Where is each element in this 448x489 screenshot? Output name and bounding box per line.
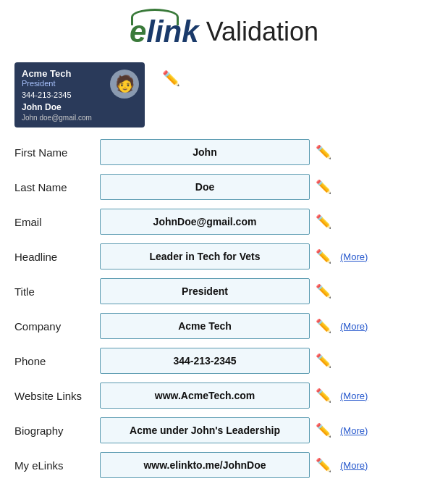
- field-label-biography: Biography: [14, 425, 94, 437]
- card-email: John doe@gmail.com: [22, 114, 92, 122]
- more-link-website-links[interactable]: (More): [340, 390, 368, 401]
- avatar-icon: 🧑: [115, 75, 135, 93]
- page-title: Validation: [206, 17, 318, 47]
- field-label-last-name: Last Name: [14, 181, 94, 193]
- elink-logo: elink: [130, 14, 199, 49]
- field-label-phone: Phone: [14, 355, 94, 367]
- field-value-headline[interactable]: Leader in Tech for Vets: [100, 243, 310, 269]
- page-header: elink Validation: [14, 7, 434, 49]
- form-row: My eLinkswww.elinkto.me/JohnDoe✏️(More): [14, 452, 434, 478]
- more-link-company[interactable]: (More): [340, 321, 368, 332]
- field-value-my-elinks[interactable]: www.elinkto.me/JohnDoe: [100, 452, 310, 478]
- form-row: HeadlineLeader in Tech for Vets✏️(More): [14, 243, 434, 269]
- form-row: First NameJohn✏️: [14, 139, 434, 165]
- edit-button-title[interactable]: ✏️: [316, 283, 331, 299]
- business-card: Acme Tech President 344-213-2345 John Do…: [14, 62, 145, 128]
- edit-button-website-links[interactable]: ✏️: [316, 388, 331, 404]
- form-row: Last NameDoe✏️: [14, 174, 434, 200]
- field-label-email: Email: [14, 216, 94, 228]
- field-label-my-elinks: My eLinks: [14, 459, 94, 472]
- edit-button-biography[interactable]: ✏️: [316, 422, 331, 438]
- field-label-company: Company: [14, 320, 94, 333]
- edit-button-last-name[interactable]: ✏️: [316, 179, 331, 195]
- field-value-title[interactable]: President: [100, 278, 310, 304]
- more-link-headline[interactable]: (More): [340, 251, 368, 262]
- form-row: Website Linkswww.AcmeTech.com✏️(More): [14, 383, 434, 409]
- field-value-email[interactable]: JohnDoe@gmail.com: [100, 209, 310, 235]
- field-value-first-name[interactable]: John: [100, 139, 310, 165]
- form-section: First NameJohn✏️Last NameDoe✏️EmailJohnD…: [14, 139, 434, 478]
- form-row: CompanyAcme Tech✏️(More): [14, 313, 434, 339]
- card-edit-button[interactable]: ✏️: [162, 70, 180, 87]
- form-row: BiographyAcme under John's Leadership✏️(…: [14, 417, 434, 443]
- avatar: 🧑: [110, 70, 139, 99]
- edit-button-company[interactable]: ✏️: [316, 318, 331, 334]
- field-label-website-links: Website Links: [14, 390, 94, 402]
- more-link-biography[interactable]: (More): [340, 425, 368, 436]
- card-name: John Doe: [22, 102, 92, 112]
- field-label-first-name: First Name: [14, 146, 94, 159]
- edit-button-first-name[interactable]: ✏️: [316, 144, 331, 160]
- form-row: Phone344-213-2345✏️: [14, 348, 434, 374]
- field-label-title: Title: [14, 285, 94, 298]
- field-label-headline: Headline: [14, 251, 94, 263]
- form-row: EmailJohnDoe@gmail.com✏️: [14, 209, 434, 235]
- form-row: TitlePresident✏️: [14, 278, 434, 304]
- more-link-my-elinks[interactable]: (More): [340, 460, 368, 471]
- edit-button-headline[interactable]: ✏️: [316, 248, 331, 264]
- elink-link: link: [146, 14, 198, 49]
- field-value-website-links[interactable]: www.AcmeTech.com: [100, 383, 310, 409]
- field-value-company[interactable]: Acme Tech: [100, 313, 310, 339]
- elink-e: e: [130, 14, 146, 49]
- edit-button-email[interactable]: ✏️: [316, 214, 331, 230]
- field-value-phone[interactable]: 344-213-2345: [100, 348, 310, 374]
- field-value-biography[interactable]: Acme under John's Leadership: [100, 417, 310, 443]
- edit-button-phone[interactable]: ✏️: [316, 353, 331, 369]
- card-section: Acme Tech President 344-213-2345 John Do…: [14, 62, 434, 128]
- field-value-last-name[interactable]: Doe: [100, 174, 310, 200]
- edit-button-my-elinks[interactable]: ✏️: [316, 457, 331, 473]
